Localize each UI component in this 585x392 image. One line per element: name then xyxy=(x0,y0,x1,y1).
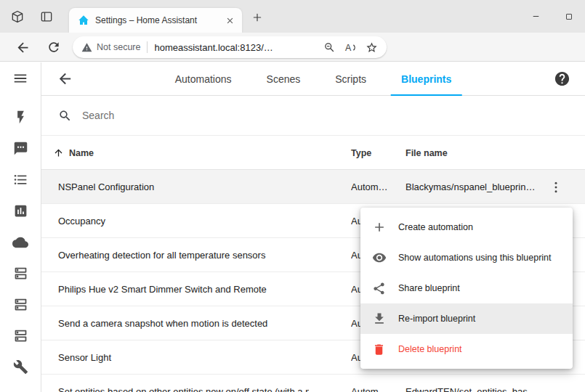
row-type: Autom… xyxy=(351,181,396,192)
menu-item-share-blueprint[interactable]: Share blueprint xyxy=(360,273,573,303)
tab-layout-icon[interactable] xyxy=(39,9,54,24)
refresh-icon[interactable] xyxy=(46,39,62,55)
search-input[interactable] xyxy=(82,110,373,121)
menu-item-label: Re-import blueprint xyxy=(398,314,475,324)
sidebar-assist-icon[interactable] xyxy=(0,133,41,164)
row-menu-icon[interactable] xyxy=(548,179,564,195)
svg-text:A: A xyxy=(345,43,352,53)
not-secure-warning-icon[interactable] xyxy=(81,42,92,53)
tab-automations[interactable]: Automations xyxy=(165,62,242,96)
tab-scenes[interactable]: Scenes xyxy=(257,62,311,96)
table-row[interactable]: Set entities based on other entities new… xyxy=(41,375,585,392)
maximize-button[interactable] xyxy=(552,0,585,33)
menu-item-label: Create automation xyxy=(398,222,473,232)
ha-header: Automations Scenes Scripts Blueprints xyxy=(41,62,585,96)
row-name: Send a camera snapshot when motion is de… xyxy=(58,318,309,329)
delete-icon xyxy=(372,343,387,356)
sidebar-panel-icon[interactable] xyxy=(0,289,41,320)
row-name: Philips Hue v2 Smart Dimmer Switch and R… xyxy=(58,284,309,295)
table-header: Name Type File name xyxy=(41,136,585,170)
ha-tab-bar: Automations Scenes Scripts Blueprints xyxy=(165,62,462,96)
menu-item-label: Show automations using this blueprint xyxy=(398,253,552,263)
sidebar-panel-icon[interactable] xyxy=(0,258,41,289)
tab-label: Blueprints xyxy=(401,73,451,85)
sidebar-energy-icon[interactable] xyxy=(0,102,41,133)
sort-ascending-icon[interactable] xyxy=(53,147,64,158)
tab-label: Scenes xyxy=(267,73,301,85)
browser-navbar: Not secure homeassistant.local:8123/… A xyxy=(0,33,585,62)
address-bar[interactable]: Not secure homeassistant.local:8123/… A xyxy=(73,36,387,58)
read-aloud-icon[interactable]: A xyxy=(344,41,358,54)
blueprint-context-menu: Create automation Show automations using… xyxy=(360,208,573,369)
menu-item-create-automation[interactable]: Create automation xyxy=(360,212,573,242)
help-icon[interactable] xyxy=(554,70,570,87)
search-bar xyxy=(41,96,585,136)
column-header-type[interactable]: Type xyxy=(351,148,371,158)
tab-blueprints[interactable]: Blueprints xyxy=(391,62,461,96)
menu-item-delete-blueprint[interactable]: Delete blueprint xyxy=(360,334,573,364)
column-header-file[interactable]: File name xyxy=(406,148,448,158)
tab-close-icon[interactable] xyxy=(224,15,236,27)
back-icon[interactable] xyxy=(15,39,31,56)
sidebar-logbook-icon[interactable] xyxy=(0,164,41,195)
sidebar-menu-icon[interactable] xyxy=(0,62,41,94)
new-tab-icon[interactable] xyxy=(250,10,265,25)
ha-sidebar xyxy=(0,62,41,392)
browser-tab[interactable]: Settings – Home Assistant xyxy=(69,8,242,33)
security-label[interactable]: Not secure xyxy=(97,42,140,52)
row-name: Sensor Light xyxy=(58,352,309,363)
ha-back-icon[interactable] xyxy=(57,70,73,87)
column-header-name[interactable]: Name xyxy=(69,148,94,158)
sidebar-cloud-icon[interactable] xyxy=(0,226,41,258)
zoom-out-icon[interactable] xyxy=(323,41,336,54)
workspaces-icon[interactable] xyxy=(10,9,25,24)
row-type: Autom… xyxy=(351,386,396,392)
url-text[interactable]: homeassistant.local:8123/… xyxy=(154,42,273,53)
address-divider xyxy=(147,41,148,53)
tab-title: Settings – Home Assistant xyxy=(95,15,224,25)
browser-window: Settings – Home Assistant xyxy=(0,0,585,392)
plus-icon xyxy=(372,220,387,234)
menu-item-reimport-blueprint[interactable]: Re-import blueprint xyxy=(360,303,573,334)
sidebar-panel-icon[interactable] xyxy=(0,320,41,351)
table-row[interactable]: NSPanel Configuration Autom… Blackymas/n… xyxy=(41,170,585,204)
tab-label: Automations xyxy=(175,73,232,85)
sidebar-developer-tools-icon[interactable] xyxy=(0,351,41,383)
favorite-star-icon[interactable] xyxy=(366,41,378,54)
sidebar-history-icon[interactable] xyxy=(0,195,41,226)
import-icon xyxy=(372,311,387,326)
row-file: EdwardTEN/set_entities_bas… xyxy=(406,386,545,392)
menu-item-label: Delete blueprint xyxy=(398,344,462,354)
row-name: NSPanel Configuration xyxy=(58,181,309,192)
row-file: Blackymas/nspanel_blueprin… xyxy=(406,181,545,192)
row-name: Overheating detection for all temperatur… xyxy=(58,250,309,261)
minimize-button[interactable] xyxy=(520,0,552,33)
share-icon xyxy=(372,282,387,295)
menu-item-label: Share blueprint xyxy=(398,283,460,293)
eye-icon xyxy=(372,250,387,265)
browser-titlebar: Settings – Home Assistant xyxy=(0,0,585,33)
row-name: Occupancy xyxy=(58,216,309,226)
menu-item-show-automations[interactable]: Show automations using this blueprint xyxy=(360,242,573,273)
row-name: Set entities based on other entities new… xyxy=(58,386,309,392)
tab-label: Scripts xyxy=(335,73,366,85)
tab-scripts[interactable]: Scripts xyxy=(325,62,376,96)
home-assistant-favicon xyxy=(78,15,89,26)
search-icon xyxy=(58,109,72,123)
